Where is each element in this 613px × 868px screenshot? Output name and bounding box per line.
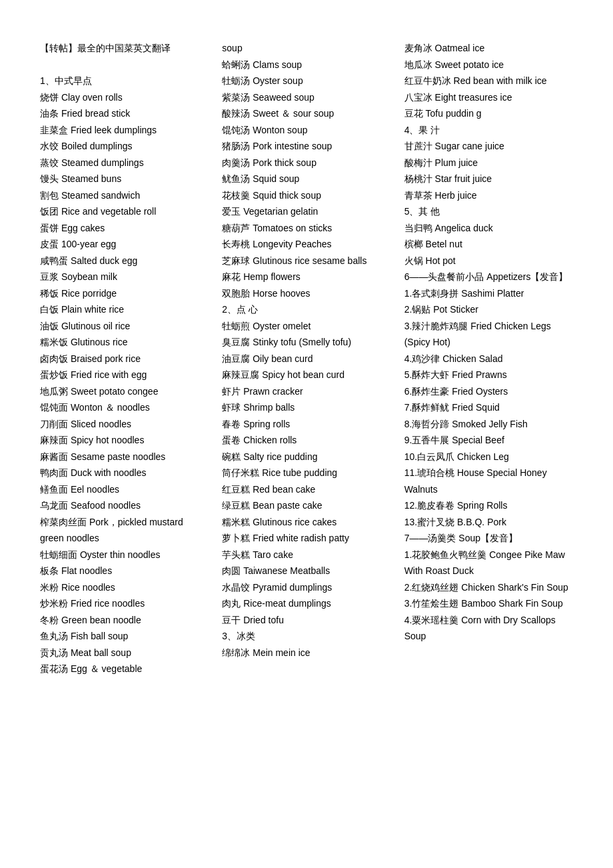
text-line: 3.竹笙烩生翅 Bamboo Shark Fin Soup	[404, 595, 573, 612]
text-line: 地瓜粥 Sweet potato congee	[40, 383, 209, 400]
column-2: soup蛤蜊汤 Clams soup牡蛎汤 Oyster soup紫菜汤 Sea…	[215, 40, 397, 677]
text-line: 油豆腐 Oily bean curd	[222, 351, 390, 367]
text-line: 1.花胶鲍鱼火鸭丝羹 Congee Pike Maw With Roast Du…	[404, 547, 573, 579]
text-line: 5、其 他	[404, 203, 573, 220]
text-line: 油饭 Glutinous oil rice	[40, 318, 209, 335]
text-line: 鱼丸汤 Fish ball soup	[40, 628, 209, 645]
text-line: 馄饨汤 Wonton soup	[222, 122, 390, 139]
text-line: 鱿鱼汤 Squid soup	[222, 171, 390, 187]
text-line: 卤肉饭 Braised pork rice	[40, 351, 209, 367]
text-line: 5.酥炸大虾 Fried Prawns	[404, 367, 573, 383]
text-line: 咸鸭蛋 Salted duck egg	[40, 253, 209, 269]
text-line: 7——汤羹类 Soup【发音】	[404, 530, 573, 547]
text-line: 乌龙面 Seafood noodles	[40, 497, 209, 514]
text-line: 油条 Fried bread stick	[40, 105, 209, 122]
text-line: 13.蜜汁叉烧 B.B.Q. Pork	[404, 514, 573, 531]
text-line: 芋头糕 Taro cake	[222, 547, 390, 563]
text-line: 春卷 Spring rolls	[222, 416, 390, 433]
text-line: 猪肠汤 Pork intestine soup	[222, 138, 390, 155]
text-line: 刀削面 Sliced noodles	[40, 416, 209, 433]
text-line: 地瓜冰 Sweet potato ice	[404, 57, 573, 73]
text-line: 虾球 Shrimp balls	[222, 399, 390, 416]
text-line: 割包 Steamed sandwich	[40, 187, 209, 204]
text-line: 8.海哲分蹄 Smoked Jelly Fish	[404, 416, 573, 433]
text-line: 10.白云凤爪 Chicken Leg	[404, 449, 573, 465]
text-line: 炒米粉 Fried rice noodles	[40, 595, 209, 612]
text-line: 豆干 Dried tofu	[222, 612, 390, 629]
text-line: 鸭肉面 Duck with noodles	[40, 465, 209, 481]
text-line: 麻酱面 Sesame paste noodles	[40, 449, 209, 465]
text-line: 碗糕 Salty rice pudding	[222, 449, 390, 465]
text-line: 稀饭 Rice porridge	[40, 285, 209, 302]
text-line: 肉圆 Taiwanese Meatballs	[222, 563, 390, 579]
column-1: 【转帖】最全的中国菜英文翻译 1、中式早点烧饼 Clay oven rolls油…	[40, 40, 215, 677]
text-line: 贡丸汤 Meat ball soup	[40, 645, 209, 661]
text-line: 当归鸭 Angelica duck	[404, 220, 573, 237]
text-line: 4.粟米瑶柱羹 Corn with Dry Scallops Soup	[404, 612, 573, 645]
text-line: 馄饨面 Wonton ＆ noodles	[40, 399, 209, 416]
text-line: soup	[222, 40, 390, 57]
text-line: 虾片 Prawn cracker	[222, 383, 390, 400]
text-line: 蛤蜊汤 Clams soup	[222, 57, 390, 73]
text-line: 4.鸡沙律 Chicken Salad	[404, 351, 573, 367]
text-line: 白饭 Plain white rice	[40, 301, 209, 318]
text-line: 7.酥炸鲜鱿 Fried Squid	[404, 399, 573, 416]
text-line: 花枝羹 Squid thick soup	[222, 187, 390, 204]
text-line: 蒸饺 Steamed dumplings	[40, 155, 209, 171]
text-line: 1.各式刺身拼 Sashimi Platter	[404, 285, 573, 302]
text-line: 鳝鱼面 Eel noodles	[40, 481, 209, 498]
text-line: 4、果 汁	[404, 122, 573, 139]
text-line: 1、中式早点	[40, 73, 209, 89]
text-line: 筒仔米糕 Rice tube pudding	[222, 465, 390, 481]
text-line: 馒头 Steamed buns	[40, 171, 209, 187]
text-line: 11.琥珀合桃 House Special Honey Walnuts	[404, 465, 573, 497]
text-line: 【转帖】最全的中国菜英文翻译	[40, 40, 209, 57]
text-line: 牡蛎汤 Oyster soup	[222, 73, 390, 89]
text-line: 6.酥炸生豪 Fried Oysters	[404, 383, 573, 400]
text-line: 长寿桃 Longevity Peaches	[222, 236, 390, 253]
text-line: 杨桃汁 Star fruit juice	[404, 171, 573, 187]
text-line: 肉丸 Rice-meat dumplings	[222, 595, 390, 612]
text-line: 米粉 Rice noodles	[40, 579, 209, 596]
text-line: 红豆牛奶冰 Red bean with milk ice	[404, 73, 573, 89]
text-line: 水晶饺 Pyramid dumplings	[222, 579, 390, 596]
text-line: 蛋饼 Egg cakes	[40, 220, 209, 237]
text-line: 12.脆皮春卷 Spring Rolls	[404, 497, 573, 514]
text-line: 绵绵冰 Mein mein ice	[222, 645, 390, 661]
text-line: 糯米糕 Glutinous rice cakes	[222, 514, 390, 531]
text-line: 牡蛎煎 Oyster omelet	[222, 318, 390, 335]
text-line: 臭豆腐 Stinky tofu (Smelly tofu)	[222, 334, 390, 351]
text-line: 3、冰类	[222, 628, 390, 645]
text-line: 麻辣面 Spicy hot noodles	[40, 432, 209, 449]
text-line: 蛋卷 Chicken rolls	[222, 432, 390, 449]
text-line: 麻辣豆腐 Spicy hot bean curd	[222, 367, 390, 383]
text-line: 萝卜糕 Fried white radish patty	[222, 530, 390, 547]
text-line: 韭菜盒 Fried leek dumplings	[40, 122, 209, 139]
text-line: 2.红烧鸡丝翅 Chicken Shark's Fin Soup	[404, 579, 573, 596]
text-line: 芝麻球 Glutinous rice sesame balls	[222, 253, 390, 269]
text-line: 甘蔗汁 Sugar cane juice	[404, 138, 573, 155]
text-line	[40, 57, 209, 73]
text-line: 酸辣汤 Sweet ＆ sour soup	[222, 105, 390, 122]
text-line: 八宝冰 Eight treasures ice	[404, 89, 573, 106]
text-line: 糖葫芦 Tomatoes on sticks	[222, 220, 390, 237]
text-line: 6——头盘餐前小品 Appetizers【发音】	[404, 269, 573, 285]
text-line: 蛋炒饭 Fried rice with egg	[40, 367, 209, 383]
text-line: 槟榔 Betel nut	[404, 236, 573, 253]
text-line: 麻花 Hemp flowers	[222, 269, 390, 285]
text-line: 皮蛋 100-year egg	[40, 236, 209, 253]
text-line: 牡蛎细面 Oyster thin noodles	[40, 547, 209, 563]
text-line: 红豆糕 Red bean cake	[222, 481, 390, 498]
text-line: 蛋花汤 Egg ＆ vegetable	[40, 661, 209, 677]
text-line: 2、点 心	[222, 301, 390, 318]
text-line: 豆浆 Soybean milk	[40, 269, 209, 285]
main-content: 【转帖】最全的中国菜英文翻译 1、中式早点烧饼 Clay oven rolls油…	[40, 40, 573, 677]
text-line: 糯米饭 Glutinous rice	[40, 334, 209, 351]
text-line: 9.五香牛展 Special Beef	[404, 432, 573, 449]
column-3: 麦角冰 Oatmeal ice地瓜冰 Sweet potato ice红豆牛奶冰…	[398, 40, 573, 677]
text-line: 2.锅贴 Pot Sticker	[404, 301, 573, 318]
text-line: 冬粉 Green bean noodle	[40, 612, 209, 629]
text-line: 麦角冰 Oatmeal ice	[404, 40, 573, 57]
text-line: 榨菜肉丝面 Pork，pickled mustard green noodles	[40, 514, 209, 547]
text-line: 板条 Flat noodles	[40, 563, 209, 579]
